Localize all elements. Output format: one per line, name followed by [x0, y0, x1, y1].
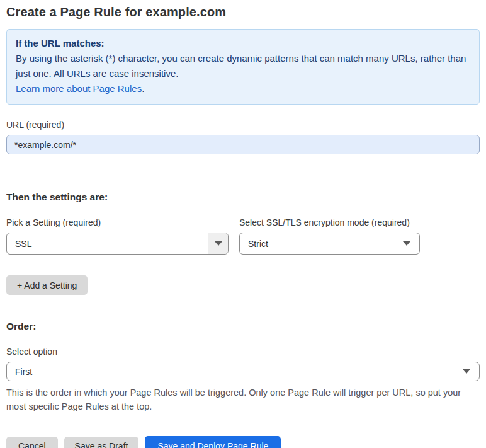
url-field-label: URL (required) [6, 120, 480, 130]
info-box-body: By using the asterisk (*) character, you… [16, 51, 470, 81]
page-title: Create a Page Rule for example.com [6, 5, 480, 20]
setting-picker-arrow-section[interactable] [208, 233, 228, 254]
setting-picker-column: Pick a Setting (required) SSL [6, 217, 229, 255]
link-suffix: . [142, 83, 144, 94]
divider [6, 175, 480, 175]
cancel-button[interactable]: Cancel [6, 437, 58, 448]
add-setting-button[interactable]: + Add a Setting [6, 275, 88, 295]
url-match-info-box: If the URL matches: By using the asteris… [6, 29, 480, 105]
order-select-label: Select option [6, 347, 480, 357]
settings-row: Pick a Setting (required) SSL Select SSL… [6, 217, 480, 255]
chevron-down-icon [403, 241, 410, 246]
form-actions: Cancel Save as Draft Save and Deploy Pag… [6, 436, 480, 448]
order-select-arrow [463, 369, 470, 374]
save-deploy-button[interactable]: Save and Deploy Page Rule [145, 436, 281, 448]
setting-picker-label: Pick a Setting (required) [6, 217, 229, 227]
info-box-link-line: Learn more about Page Rules. [16, 81, 470, 96]
divider [6, 425, 480, 425]
setting-picker-select[interactable]: SSL [6, 233, 229, 255]
order-help-text: This is the order in which your Page Rul… [6, 386, 480, 413]
chevron-down-icon [463, 369, 470, 374]
mode-picker-label: Select SSL/TLS encryption mode (required… [239, 217, 420, 227]
order-select-value: First [7, 367, 463, 377]
info-box-heading: If the URL matches: [16, 36, 470, 51]
learn-more-link[interactable]: Learn more about Page Rules [16, 83, 142, 94]
order-section-heading: Order: [6, 321, 480, 332]
setting-picker-value: SSL [7, 239, 208, 249]
save-draft-button[interactable]: Save as Draft [64, 437, 139, 448]
chevron-down-icon [215, 241, 222, 246]
mode-picker-column: Select SSL/TLS encryption mode (required… [239, 217, 420, 255]
order-select[interactable]: First [6, 362, 480, 381]
mode-picker-arrow [403, 241, 410, 246]
mode-picker-value: Strict [240, 239, 403, 249]
url-input[interactable] [6, 135, 480, 154]
divider [6, 304, 480, 304]
settings-section-heading: Then the settings are: [6, 192, 480, 203]
mode-picker-select[interactable]: Strict [239, 233, 420, 255]
